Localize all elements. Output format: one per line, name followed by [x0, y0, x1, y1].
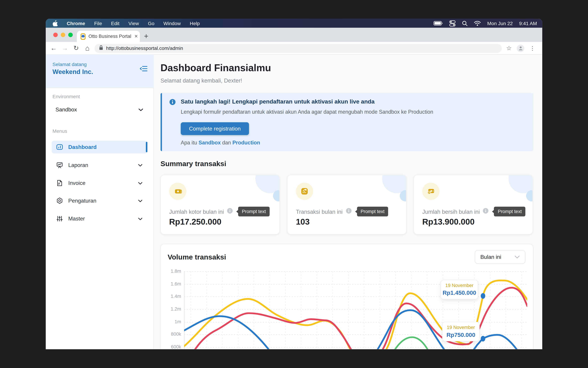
registration-banner: Satu langkah lagi! Lengkapi pendaftaran … [161, 93, 533, 151]
collapse-sidebar-icon[interactable] [139, 64, 148, 73]
browser-tab[interactable]: Otto Business Portal ✕ [77, 31, 140, 42]
sidebar-item-laporan[interactable]: Laporan [52, 159, 147, 171]
home-icon[interactable]: ⌂ [82, 44, 93, 52]
tooltip-date: 19 November [443, 283, 476, 288]
invoice-icon [56, 180, 63, 186]
sidebar: Selamat datang Weekend Inc. Environment … [46, 55, 154, 349]
complete-registration-button[interactable]: Complete registration [181, 122, 249, 135]
sidebar-item-label: Dashboard [68, 144, 97, 150]
y-tick-label: 1m [164, 319, 181, 324]
menu-window[interactable]: Window [163, 20, 181, 26]
card-label: Jumlah kotor bulan ini [169, 208, 224, 215]
page-subtitle: Selamat datang kembali, Dexter! [161, 77, 242, 83]
wifi-icon[interactable] [474, 21, 481, 26]
sidebar-header: Selamat datang Weekend Inc. [46, 55, 154, 88]
laporan-icon [56, 162, 63, 168]
card-value: Rp13.900.000 [422, 217, 475, 227]
sidebar-item-label: Invoice [68, 180, 85, 186]
tab-title: Otto Business Portal [89, 34, 131, 39]
tooltip-value: Rp750.000 [444, 331, 478, 338]
environment-value: Sandbox [55, 106, 77, 112]
decorative-circle [508, 175, 533, 193]
sidebar-item-dashboard[interactable]: Dashboard [52, 141, 147, 153]
traffic-light-close[interactable] [53, 33, 58, 37]
marker-dot [481, 336, 485, 341]
menu-view[interactable]: View [128, 20, 139, 26]
back-icon[interactable]: ← [48, 44, 59, 52]
footnote-conjunction: dan [221, 139, 232, 146]
card-label: Jumlah bersih bulan ini [422, 208, 480, 215]
chevron-down-icon [138, 197, 143, 204]
sandbox-link[interactable]: Sandbox [199, 139, 221, 146]
production-link[interactable]: Production [232, 139, 260, 146]
info-icon[interactable] [483, 208, 489, 215]
footnote-prefix: Apa itu [181, 139, 199, 146]
sidebar-item-label: Laporan [68, 162, 88, 168]
decorative-circle [255, 175, 280, 193]
chevron-down-icon [138, 162, 143, 168]
apple-menu-icon[interactable] [53, 20, 58, 26]
divider [46, 88, 154, 88]
prompt-tooltip: Prompt text [494, 207, 525, 217]
tab-close-icon[interactable]: ✕ [134, 34, 138, 39]
profile-icon[interactable] [517, 44, 525, 52]
menu-edit[interactable]: Edit [111, 20, 119, 26]
lock-icon [99, 45, 103, 52]
chevron-down-icon [138, 215, 143, 222]
forward-icon[interactable]: → [59, 44, 71, 52]
tooltip-value: Rp1.450.000 [443, 290, 476, 296]
menubar-clock[interactable]: 9:41 AM [519, 20, 537, 26]
environment-selector[interactable]: Sandbox [53, 103, 147, 116]
tooltip-date: 19 November [444, 325, 478, 330]
chevron-down-icon [515, 253, 520, 260]
sidebar-company-name: Weekend Inc. [53, 68, 93, 76]
banner-footnote: Apa itu Sandbox dan Production [181, 139, 260, 146]
spotlight-search-icon[interactable] [462, 20, 468, 26]
info-icon [169, 99, 176, 107]
card-label: Transaksi bulan ini [296, 208, 343, 215]
traffic-light-zoom[interactable] [68, 33, 73, 37]
chart-tooltip: 19 November Rp750.000 [442, 322, 480, 341]
sidebar-item-invoice[interactable]: Invoice [52, 177, 147, 189]
menu-app-name[interactable]: Chrome [67, 20, 85, 26]
volume-chart-card: Volume transaksi Bulan ini 1.8m 1.6m 1.4… [161, 244, 533, 349]
y-tick-label: 800k [164, 331, 181, 337]
card-value: 103 [296, 217, 310, 227]
macos-menu-bar: Chrome File Edit View Go Window Help [46, 19, 542, 28]
main-area: Dashboard Finansialmu Selamat datang kem… [154, 55, 542, 349]
environment-label: Environment [53, 94, 80, 99]
prompt-tooltip: Prompt text [357, 207, 388, 217]
url-bar[interactable]: http://ottobusinessportal.com/admin [95, 44, 502, 53]
info-icon[interactable] [346, 208, 352, 215]
mac-screen: Chrome File Edit View Go Window Help [46, 19, 542, 349]
card-value: Rp17.250.000 [169, 217, 221, 227]
battery-icon[interactable] [434, 21, 443, 26]
sidebar-item-pengaturan[interactable]: Pengaturan [52, 194, 147, 207]
new-tab-button[interactable]: + [144, 32, 148, 40]
period-dropdown[interactable]: Bulan ini [475, 250, 525, 264]
browser-toolbar: ← → ↻ ⌂ http://ottobusinessportal.com/ad… [46, 42, 542, 55]
bookmark-star-icon[interactable]: ☆ [506, 45, 512, 52]
page-title: Dashboard Finansialmu [161, 62, 271, 74]
marker-dot [481, 293, 485, 299]
sidebar-item-master[interactable]: Master [52, 212, 147, 225]
otto-favicon-icon [81, 33, 85, 40]
y-tick-label: 1.4m [164, 294, 181, 299]
page-content: Selamat datang Weekend Inc. Environment … [46, 55, 542, 349]
info-icon[interactable] [227, 208, 233, 215]
money-check-icon [422, 183, 439, 200]
chart-tooltip: 19 November Rp1.450.000 [441, 280, 478, 299]
dashboard-icon [56, 144, 63, 150]
screenshot-stage: Chrome File Edit View Go Window Help [0, 0, 588, 368]
y-tick-label: 1.8m [164, 269, 181, 274]
chart-title: Volume transaksi [168, 253, 226, 261]
control-center-icon[interactable] [449, 20, 456, 27]
reload-icon[interactable]: ↻ [71, 44, 82, 52]
traffic-light-minimize[interactable] [61, 33, 65, 37]
overflow-menu-icon[interactable]: ⋮ [530, 45, 535, 52]
menu-help[interactable]: Help [190, 20, 200, 26]
menu-go[interactable]: Go [148, 20, 154, 26]
menubar-date[interactable]: Mon Jun 22 [487, 20, 513, 26]
y-tick-label: 600k [164, 344, 181, 349]
menu-file[interactable]: File [94, 20, 102, 26]
